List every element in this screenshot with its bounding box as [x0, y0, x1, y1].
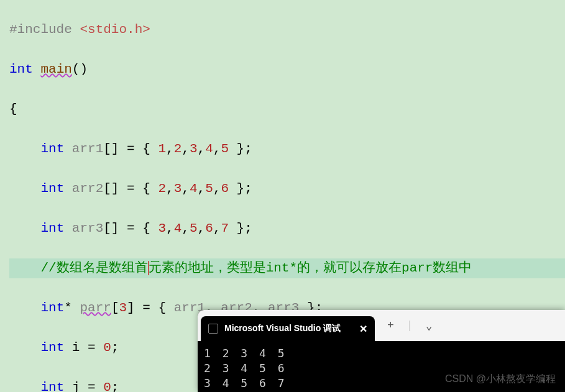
tab-title: Microsoft Visual Studio 调试 [224, 323, 341, 334]
code-line: int arr2[] = { 2,3,4,5,6 }; [9, 179, 565, 199]
tab-dropdown-button[interactable]: ⌄ [420, 315, 439, 336]
tab-active[interactable]: Microsoft Visual Studio 调试 ✕ [201, 316, 375, 341]
variable-parr: parr [80, 301, 111, 315]
tab-close-button[interactable]: ✕ [359, 323, 367, 335]
tab-bar: Microsoft Visual Studio 调试 ✕ + | ⌄ [198, 310, 565, 341]
comment: //数组名是数组首元素的地址，类型是int*的，就可以存放在parr数组中 [40, 261, 472, 275]
divider: | [407, 319, 413, 332]
tab-controls: + | ⌄ [381, 315, 438, 336]
watermark: CSDN @小林熬夜学编程 [445, 373, 556, 386]
include-file: <stdio.h> [80, 22, 150, 37]
function-main: main [40, 62, 71, 76]
preprocessor-directive: #include [9, 22, 72, 37]
code-line: int arr3[] = { 3,4,5,6,7 }; [9, 219, 565, 239]
code-line-highlighted: //数组名是数组首元素的地址，类型是int*的，就可以存放在parr数组中 [9, 258, 565, 278]
new-tab-button[interactable]: + [381, 316, 400, 335]
code-line: int main() [9, 60, 565, 80]
code-line: { [9, 99, 565, 119]
code-line: int arr1[] = { 1,2,3,4,5 }; [9, 139, 565, 159]
terminal-icon [208, 324, 218, 334]
code-line: #include <stdio.h> [9, 20, 565, 40]
output-line: 1 2 3 4 5 [204, 346, 559, 361]
